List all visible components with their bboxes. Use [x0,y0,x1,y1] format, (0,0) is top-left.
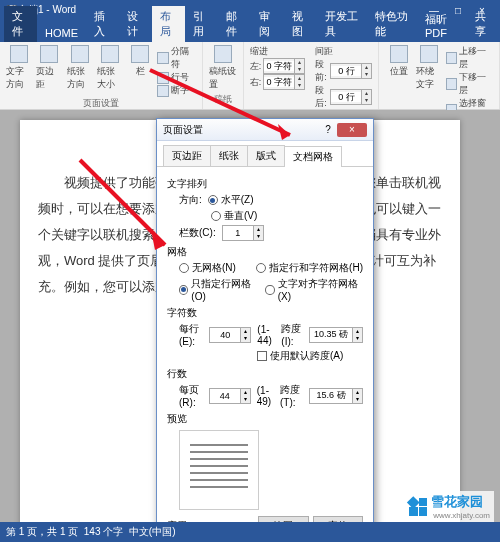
direction-label: 方向: [179,193,202,207]
share-button[interactable]: 共享 [467,6,500,42]
size-button[interactable]: 纸张大小 [97,45,123,97]
indent-title: 缩进 [250,45,306,58]
watermark-url: www.xhjaty.com [433,511,490,520]
group-arrange: 位置 环绕文字 上移一层 下移一层 选择窗格 排列 [379,42,500,109]
tab-insert[interactable]: 插入 [86,6,119,42]
annotation-arrow-1 [140,60,310,154]
line-pitch-label: 跨度(T): [280,383,303,408]
spacing-title: 间距 [315,45,372,58]
status-page[interactable]: 第 1 页，共 1 页 [6,525,78,539]
bring-forward-icon [446,52,457,64]
send-backward-button[interactable]: 下移一层 [446,71,493,97]
page-setup-dialog: 页面设置 ? × 页边距 纸张 版式 文档网格 文字排列 方向: 水平(Z) 垂… [156,118,374,542]
radio-icon [179,285,188,295]
section-grid: 网格 [167,245,363,259]
size-icon [101,45,119,63]
radio-no-grid[interactable]: 无网格(N) [179,261,236,275]
section-text-arrange: 文字排列 [167,177,363,191]
orientation-button[interactable]: 纸张方向 [67,45,93,97]
radio-icon [265,285,274,295]
svg-line-0 [150,70,290,135]
checkbox-default-pitch[interactable]: 使用默认跨度(A) [257,349,343,363]
tab-home[interactable]: HOME [37,24,86,42]
radio-icon [256,263,266,273]
watermark-logo-icon [409,498,427,516]
status-bar: 第 1 页，共 1 页 143 个字 中文(中国) [0,522,500,542]
preview-box [179,430,259,510]
send-backward-icon [446,78,457,90]
tab-layout[interactable]: 布局 [152,6,185,42]
tab-review[interactable]: 审阅 [251,6,284,42]
spacing-after-label: 段后: [315,84,328,110]
wrap-icon [420,45,438,63]
radio-vertical[interactable]: 垂直(V) [211,209,257,223]
chars-per-line-label: 每行(E): [179,322,203,347]
tab-view[interactable]: 视图 [284,6,317,42]
spacing-before-spinner[interactable]: ▴▾ [330,63,372,79]
position-icon [390,45,408,63]
dialog-help-button[interactable]: ? [319,124,337,135]
svg-line-2 [80,160,165,245]
radio-icon [208,195,218,205]
margins-button[interactable]: 页边距 [36,45,62,97]
tab-references[interactable]: 引用 [185,6,218,42]
columns-label: 栏数(C): [179,226,216,240]
dialog-close-button[interactable]: × [337,123,367,137]
status-language[interactable]: 中文(中国) [129,525,176,539]
text-direction-icon [10,45,28,63]
section-preview: 预览 [167,412,363,426]
tab-mailings[interactable]: 邮件 [218,6,251,42]
tab-developer[interactable]: 开发工具 [317,6,367,42]
radio-line-only-grid[interactable]: 只指定行网格(O) [179,277,259,302]
section-chars: 字符数 [167,306,363,320]
chars-per-line-spinner[interactable]: ▴▾ [209,327,251,343]
tab-special[interactable]: 特色功能 [367,6,417,42]
radio-line-char-grid[interactable]: 指定行和字符网格(H) [256,261,363,275]
char-pitch-spinner[interactable]: ▴▾ [309,327,363,343]
annotation-arrow-2 [70,150,180,264]
section-lines: 行数 [167,367,363,381]
radio-horizontal[interactable]: 水平(Z) [208,193,254,207]
checkbox-icon [257,351,267,361]
status-words[interactable]: 143 个字 [84,525,123,539]
lines-per-page-label: 每页(R): [179,383,203,408]
chars-range: (1-44) [257,324,275,346]
columns-spinner[interactable]: ▴▾ [222,225,264,241]
spacing-before-label: 段前: [315,58,328,84]
dialog-body: 文字排列 方向: 水平(Z) 垂直(V) 栏数(C): ▴▾ 网格 无网格(N)… [157,167,373,542]
orientation-icon [71,45,89,63]
bring-forward-button[interactable]: 上移一层 [446,45,493,71]
radio-align-char-grid[interactable]: 文字对齐字符网格(X) [265,277,363,302]
lines-per-page-spinner[interactable]: ▴▾ [209,388,251,404]
lines-range: (1-49) [257,385,274,407]
radio-icon [211,211,221,221]
watermark: 雪花家园 www.xhjaty.com [405,491,494,522]
watermark-name: 雪花家园 [431,493,490,511]
char-pitch-label: 跨度(I): [281,322,303,347]
tab-foxit[interactable]: 福昕PDF [417,9,467,42]
spacing-after-spinner[interactable]: ▴▾ [330,89,372,105]
tab-file[interactable]: 文件 [4,6,37,42]
ribbon-tabs: 文件 HOME 插入 设计 布局 引用 邮件 审阅 视图 开发工具 特色功能 福… [0,20,500,42]
margins-icon [40,45,58,63]
radio-icon [179,263,189,273]
tab-design[interactable]: 设计 [119,6,152,42]
line-pitch-spinner[interactable]: ▴▾ [309,388,363,404]
text-direction-button[interactable]: 文字方向 [6,45,32,97]
